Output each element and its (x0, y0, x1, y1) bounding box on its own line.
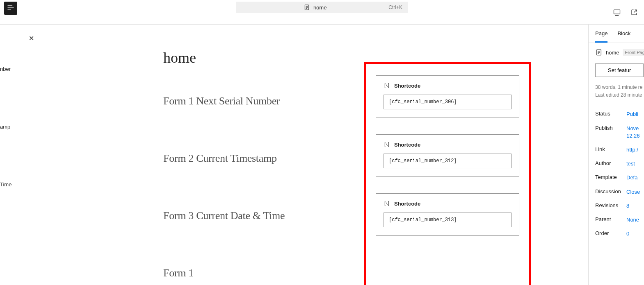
shortcode-input[interactable] (384, 154, 512, 168)
shortcode-block[interactable]: Shortcode (376, 134, 519, 177)
page-name: home (606, 50, 619, 56)
shortcode-input[interactable] (384, 95, 512, 109)
shortcode-icon (384, 200, 390, 207)
document-title: home (313, 5, 327, 11)
svg-rect-2 (8, 9, 11, 10)
svg-rect-1 (8, 7, 14, 8)
page-meta-list: StatusPubli PublishNove 12:26 Linkhttp:/… (589, 102, 644, 241)
document-title-bar[interactable]: home Ctrl+K (236, 2, 408, 13)
top-bar: home Ctrl+K (0, 0, 644, 25)
meta-link[interactable]: Linkhttp:/ (595, 143, 644, 157)
meta-template[interactable]: TemplateDefa (595, 171, 644, 185)
highlighted-region: Shortcode Shortcode (364, 62, 531, 285)
meta-parent[interactable]: ParentNone (595, 213, 644, 227)
sidebar-tabs: Page Block (589, 25, 644, 43)
page-stats: 38 words, 1 minute re Last edited 28 min… (589, 84, 644, 102)
view-button[interactable] (610, 6, 623, 19)
keyboard-shortcut: Ctrl+K (388, 5, 402, 10)
page-badge: Front Pag (623, 49, 644, 56)
tab-page[interactable]: Page (595, 25, 607, 43)
page-summary: home Front Pag (589, 43, 644, 62)
outline-item[interactable]: Time (0, 178, 44, 191)
shortcode-input[interactable] (384, 213, 512, 227)
set-featured-image-button[interactable]: Set featur (595, 63, 644, 77)
shortcode-icon (384, 141, 390, 148)
svg-rect-7 (614, 10, 620, 14)
svg-rect-0 (8, 5, 13, 6)
document-outline-panel: ✕ nber amp Time (0, 25, 44, 285)
external-link-button[interactable] (628, 6, 641, 19)
shortcode-label: Shortcode (394, 142, 420, 148)
meta-revisions[interactable]: Revisions8 (595, 199, 644, 213)
page-icon (595, 49, 603, 56)
wordpress-menu-button[interactable] (4, 2, 17, 15)
shortcode-icon (384, 82, 390, 89)
shortcode-block[interactable]: Shortcode (376, 193, 519, 236)
meta-author[interactable]: Authortest (595, 157, 644, 171)
shortcode-label: Shortcode (394, 201, 420, 207)
shortcode-label: Shortcode (394, 83, 420, 89)
shortcode-block[interactable]: Shortcode (376, 75, 519, 118)
meta-discussion[interactable]: DiscussionClose (595, 185, 644, 199)
meta-publish[interactable]: PublishNove 12:26 (595, 122, 644, 143)
external-link-icon (630, 9, 638, 16)
settings-sidebar: Page Block home Front Pag Set featur 38 … (588, 25, 644, 285)
editor-canvas[interactable]: home Form 1 Next Serial Number Form 2 Cu… (44, 25, 588, 285)
page-icon (304, 4, 310, 11)
close-panel-button[interactable]: ✕ (29, 35, 34, 42)
meta-status[interactable]: StatusPubli (595, 107, 644, 121)
tab-block[interactable]: Block (617, 25, 630, 43)
meta-order[interactable]: Order0 (595, 227, 644, 241)
outline-item[interactable]: amp (0, 120, 44, 133)
desktop-icon (613, 8, 621, 16)
outline-item[interactable]: nber (0, 63, 44, 75)
